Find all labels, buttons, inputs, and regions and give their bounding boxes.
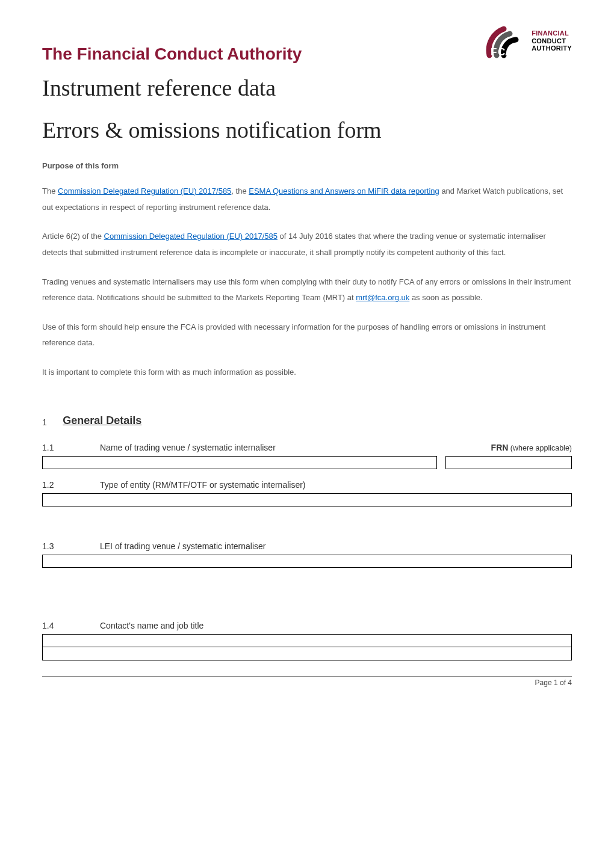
field-1-2-label: Type of entity (RM/MTF/OTF or systematic… xyxy=(100,480,572,490)
lei-input[interactable] xyxy=(42,555,572,568)
contact-title-input[interactable] xyxy=(42,647,572,660)
purpose-para-3: Trading venues and systematic internalis… xyxy=(42,274,572,306)
entity-type-input[interactable] xyxy=(42,493,572,506)
section-1-title: General Details xyxy=(63,414,141,427)
link-regulation-2017-585[interactable]: Commission Delegated Regulation (EU) 201… xyxy=(58,186,231,195)
field-1-2-row: 1.2 Type of entity (RM/MTF/OTF or system… xyxy=(42,480,572,490)
fca-logo-text: FINANCIAL CONDUCT AUTHORITY xyxy=(532,29,572,52)
field-1-1-label: Name of trading venue / systematic inter… xyxy=(100,443,491,452)
section-1-header: 1 General Details xyxy=(42,414,572,427)
link-mrt-email[interactable]: mrt@fca.org.uk xyxy=(356,293,409,302)
logo-line-conduct: CONDUCT xyxy=(532,37,572,45)
purpose-para-1: The Commission Delegated Regulation (EU)… xyxy=(42,183,572,215)
section-1-num: 1 xyxy=(42,417,47,427)
document-subtitle: Errors & omissions notification form xyxy=(42,117,572,143)
purpose-para-5: It is important to complete this form wi… xyxy=(42,365,572,381)
field-1-3-row: 1.3 LEI of trading venue / systematic in… xyxy=(42,541,572,551)
logo-line-authority: AUTHORITY xyxy=(532,45,572,52)
field-1-1-row: 1.1 Name of trading venue / systematic i… xyxy=(42,443,572,452)
purpose-block: The Commission Delegated Regulation (EU)… xyxy=(42,183,572,381)
fca-logo: F C A FINANCIAL CONDUCT AUTHORITY xyxy=(486,23,572,59)
purpose-para-2: Article 6(2) of the Commission Delegated… xyxy=(42,229,572,260)
svg-text:F: F xyxy=(491,46,497,58)
svg-text:A: A xyxy=(505,46,512,58)
link-regulation-2017-585-b[interactable]: Commission Delegated Regulation (EU) 201… xyxy=(104,232,278,241)
document-title: Instrument reference data xyxy=(42,75,572,101)
authority-title: The Financial Conduct Authority xyxy=(42,45,302,64)
field-1-4-num: 1.4 xyxy=(42,621,100,630)
field-1-4-row: 1.4 Contact's name and job title xyxy=(42,621,572,630)
name-input[interactable] xyxy=(42,456,437,469)
page-footer: Page 1 of 4 xyxy=(42,676,572,687)
frn-input[interactable] xyxy=(445,456,572,469)
purpose-heading: Purpose of this form xyxy=(42,161,572,170)
field-1-1-frn-label: FRN (where applicable) xyxy=(491,443,572,452)
field-1-1-num: 1.1 xyxy=(42,443,100,452)
purpose-para-4: Use of this form should help ensure the … xyxy=(42,319,572,351)
field-1-2-num: 1.2 xyxy=(42,480,100,490)
logo-line-financial: FINANCIAL xyxy=(532,29,572,37)
field-1-3-label: LEI of trading venue / systematic intern… xyxy=(100,541,572,551)
field-1-4-label: Contact's name and job title xyxy=(100,621,572,630)
field-1-3-num: 1.3 xyxy=(42,541,100,551)
contact-name-input[interactable] xyxy=(42,634,572,647)
fca-logo-icon: F C A xyxy=(486,23,529,59)
link-esma-qa[interactable]: ESMA Questions and Answers on MiFIR data… xyxy=(249,186,439,195)
svg-text:C: C xyxy=(498,46,505,58)
